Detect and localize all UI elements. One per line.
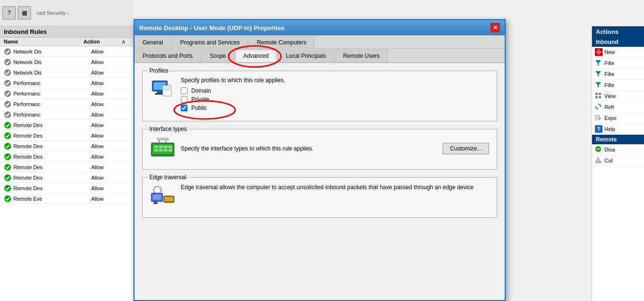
col-name-header: Name bbox=[4, 39, 83, 45]
item-name-label: Performanc bbox=[13, 101, 91, 107]
public-checkbox[interactable] bbox=[181, 105, 187, 111]
view-toolbar-btn[interactable]: ▦ bbox=[18, 6, 31, 20]
customize-button[interactable]: Customize... bbox=[443, 143, 489, 154]
list-item[interactable]: Remote DesAllow bbox=[0, 162, 133, 172]
action-export[interactable]: Expo bbox=[592, 113, 644, 124]
item-status-icon bbox=[4, 69, 11, 76]
item-name-label: Remote Eve bbox=[13, 196, 91, 202]
action-export-label: Expo bbox=[604, 115, 616, 121]
customize-label: Customize... bbox=[450, 145, 482, 152]
col-action-header: Action bbox=[83, 39, 122, 45]
domain-label: Domain bbox=[191, 87, 211, 94]
tab-protocols-label: Protocols and Ports bbox=[143, 53, 193, 59]
private-checkbox[interactable] bbox=[181, 96, 187, 103]
action-filter2[interactable]: Filte bbox=[592, 69, 644, 80]
list-item[interactable]: PerformancAllow bbox=[0, 99, 133, 109]
profiles-icon bbox=[150, 77, 175, 103]
item-status-icon bbox=[4, 163, 11, 171]
item-name-label: Remote Des bbox=[13, 122, 91, 128]
column-headers: Name Action ∧ bbox=[0, 38, 133, 46]
svg-point-8 bbox=[4, 132, 11, 139]
action-refresh[interactable]: Refr bbox=[592, 102, 644, 113]
list-item[interactable]: Remote DesAllow bbox=[0, 130, 133, 141]
item-status-icon bbox=[4, 48, 11, 55]
item-action-label: Allow bbox=[91, 185, 129, 191]
tab-general[interactable]: General bbox=[135, 36, 171, 48]
svg-rect-51 bbox=[164, 146, 167, 148]
svg-point-33 bbox=[596, 161, 598, 163]
action-cut[interactable]: Cut bbox=[592, 155, 644, 166]
svg-rect-56 bbox=[168, 149, 172, 151]
item-name-label: Performanc bbox=[13, 91, 91, 97]
item-status-icon bbox=[4, 174, 11, 182]
help-icon2: ? bbox=[595, 125, 602, 133]
svg-line-35 bbox=[597, 158, 598, 161]
col-sort-icon: ∧ bbox=[122, 39, 129, 45]
item-action-label: Allow bbox=[91, 49, 129, 54]
action-view[interactable]: View bbox=[592, 91, 644, 102]
interface-section-label: Interface types bbox=[147, 126, 189, 132]
remote-section-header: Remote bbox=[592, 135, 644, 144]
tab-advanced[interactable]: Advanced bbox=[235, 50, 277, 62]
profiles-content: Specify profiles to which this rule appl… bbox=[150, 77, 489, 113]
tab-local-principals[interactable]: Local Principals bbox=[278, 50, 334, 62]
interface-text: Specify the interface types to which thi… bbox=[181, 145, 437, 152]
action-new-label: New bbox=[604, 49, 615, 55]
cut-icon bbox=[595, 157, 602, 164]
item-action-label: Allow bbox=[91, 175, 129, 181]
action-help[interactable]: ? Help bbox=[592, 124, 644, 135]
tab-remote-computers[interactable]: Remote Computers bbox=[249, 36, 314, 48]
svg-point-10 bbox=[4, 153, 11, 160]
interface-section: Interface types bbox=[142, 129, 497, 170]
list-item[interactable]: Remote DesAllow bbox=[0, 183, 133, 194]
tab-remote-users[interactable]: Remote Users bbox=[335, 50, 388, 62]
list-item[interactable]: Remote EveAllow bbox=[0, 194, 133, 204]
item-name-label: Network Dis bbox=[13, 49, 91, 54]
tab-programs[interactable]: Programs and Services bbox=[172, 36, 248, 48]
list-item[interactable]: Remote DesAllow bbox=[0, 141, 133, 151]
action-new[interactable]: New bbox=[592, 47, 644, 58]
action-filter1[interactable]: Filte bbox=[592, 58, 644, 69]
list-item[interactable]: PerformancAllow bbox=[0, 78, 133, 88]
tab-advanced-label: Advanced bbox=[243, 53, 269, 59]
tab-scope[interactable]: Scope bbox=[202, 50, 234, 62]
svg-point-3 bbox=[4, 80, 11, 86]
right-panel: Actions Inbound New Filte Filte Filte Vi… bbox=[592, 26, 644, 301]
profile-description: Specify profiles to which this rule appl… bbox=[181, 77, 489, 84]
action-filter3[interactable]: Filte bbox=[592, 80, 644, 91]
left-panel: Inbound Rules Name Action ∧ Network DisA… bbox=[0, 26, 134, 301]
svg-marker-18 bbox=[595, 71, 601, 76]
svg-rect-54 bbox=[159, 149, 163, 151]
list-item[interactable]: Network DisAllow bbox=[0, 46, 133, 57]
list-item[interactable]: PerformancAllow bbox=[0, 109, 133, 120]
list-item[interactable]: PerformancAllow bbox=[0, 88, 133, 99]
item-name-label: Remote Des bbox=[13, 175, 91, 181]
list-item[interactable]: Remote DesAllow bbox=[0, 172, 133, 183]
list-item[interactable]: Network DisAllow bbox=[0, 57, 133, 67]
filter2-icon bbox=[595, 70, 602, 78]
list-item[interactable]: Remote DesAllow bbox=[0, 120, 133, 130]
item-action-label: Allow bbox=[91, 70, 129, 75]
modal-dialog: Remote Desktop - User Mode (UDP-In) Prop… bbox=[134, 19, 506, 301]
svg-rect-23 bbox=[599, 96, 601, 98]
tab-protocols[interactable]: Protocols and Ports bbox=[135, 50, 201, 62]
list-item[interactable]: Remote DesAllow bbox=[0, 151, 133, 162]
list-item[interactable]: Network DisAllow bbox=[0, 67, 133, 78]
item-status-icon bbox=[4, 132, 11, 140]
svg-point-12 bbox=[4, 174, 11, 181]
profiles-section: Profiles Specify pr bbox=[142, 71, 497, 121]
refresh-icon bbox=[595, 103, 602, 111]
svg-rect-62 bbox=[154, 202, 157, 203]
action-help-label: Help bbox=[604, 126, 615, 132]
action-view-label: View bbox=[604, 93, 616, 99]
domain-checkbox-row: Domain bbox=[181, 87, 489, 94]
breadcrumb-label: ced Security › bbox=[37, 10, 69, 16]
action-disable[interactable]: Disa bbox=[592, 144, 644, 155]
svg-rect-63 bbox=[153, 203, 158, 204]
public-checkbox-row: Public bbox=[181, 105, 207, 111]
action-cut-label: Cut bbox=[604, 158, 613, 163]
edge-section-label: Edge traversal bbox=[147, 174, 188, 181]
domain-checkbox[interactable] bbox=[181, 87, 187, 94]
help-toolbar-btn[interactable]: ? bbox=[2, 6, 16, 20]
modal-close-button[interactable]: ✕ bbox=[490, 23, 500, 32]
